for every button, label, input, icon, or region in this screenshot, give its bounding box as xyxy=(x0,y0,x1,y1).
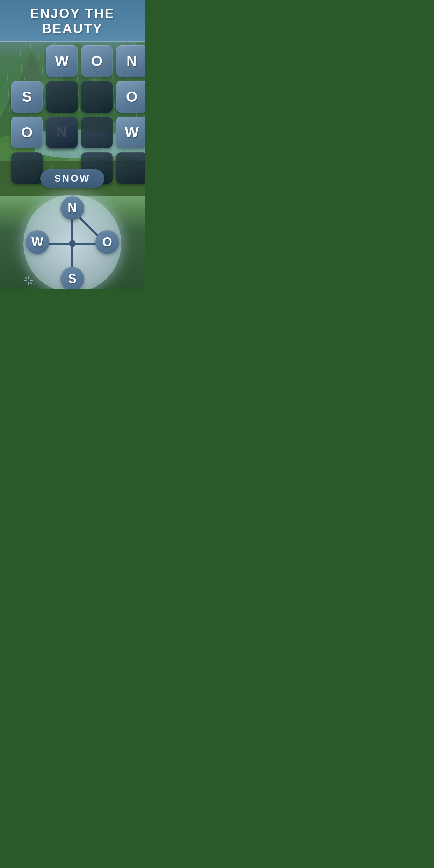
svg-point-42 xyxy=(69,240,76,247)
circle-letter-W[interactable]: W xyxy=(26,230,49,254)
tile-S-lc1[interactable]: S xyxy=(11,81,43,113)
header: ENJOY THE BEAUTY xyxy=(0,0,145,42)
circle-letter-O[interactable]: O xyxy=(95,230,119,254)
word-display: SNOW xyxy=(0,169,145,188)
tile-dark-r3c2 xyxy=(46,117,78,148)
tile-dark-r2c3 xyxy=(81,81,113,113)
tile-dark-r3c3 xyxy=(81,117,113,148)
circle-letter-N[interactable]: N xyxy=(60,196,84,220)
current-word: SNOW xyxy=(40,169,104,188)
page-title: ENJOY THE BEAUTY xyxy=(3,6,141,36)
tile-O-r2c4[interactable]: O xyxy=(116,81,145,113)
tile-W-r1c1[interactable]: W xyxy=(46,45,78,77)
tile-W-r3c4[interactable]: W xyxy=(116,117,145,148)
circle-letter-S[interactable]: S xyxy=(60,267,84,289)
tiles-container: W O N O W S O N xyxy=(6,42,139,168)
tile-N-r1c3[interactable]: N xyxy=(116,45,145,77)
tile-dark-r2c2 xyxy=(46,81,78,113)
tile-O-lc2[interactable]: O xyxy=(11,117,43,148)
tile-O-r1c2[interactable]: O xyxy=(81,45,113,77)
